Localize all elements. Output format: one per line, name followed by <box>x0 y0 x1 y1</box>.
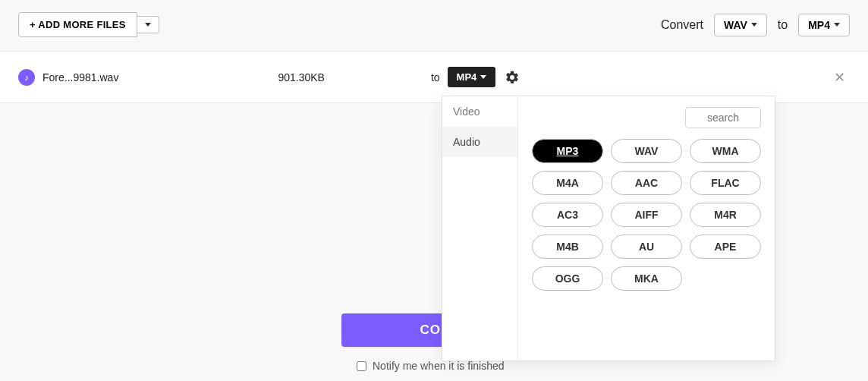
from-format-dropdown[interactable]: WAV <box>714 14 767 36</box>
format-pill[interactable]: M4R <box>690 203 761 227</box>
top-bar: + ADD MORE FILES Convert WAV to MP4 <box>0 0 868 51</box>
file-target-format-value: MP4 <box>457 71 477 83</box>
from-format-value: WAV <box>724 19 747 31</box>
file-size: 901.30KB <box>278 71 325 83</box>
chevron-down-icon <box>834 23 840 27</box>
to-format-value: MP4 <box>808 19 830 31</box>
format-pill[interactable]: WMA <box>690 139 761 163</box>
add-files-dropdown-button[interactable] <box>137 16 159 33</box>
dropdown-sidebar: Video Audio <box>442 96 518 361</box>
to-label: to <box>778 18 788 32</box>
format-pill[interactable]: AC3 <box>532 203 603 227</box>
format-pill[interactable]: M4A <box>532 171 603 195</box>
search-row <box>532 107 761 128</box>
format-dropdown-panel: Video Audio MP3WAVWMAM4AAACFLACAC3AIFFM4… <box>442 96 775 361</box>
search-wrap <box>685 107 761 128</box>
chevron-down-icon <box>145 23 151 27</box>
chevron-down-icon <box>480 75 486 79</box>
notify-label[interactable]: Notify me when it is finished <box>373 360 505 372</box>
add-files-button[interactable]: + ADD MORE FILES <box>18 12 137 37</box>
format-pill[interactable]: M4B <box>532 235 603 259</box>
format-search-input[interactable] <box>685 107 761 128</box>
add-files-group: + ADD MORE FILES <box>18 12 159 37</box>
dropdown-body: MP3WAVWMAM4AAACFLACAC3AIFFM4RM4BAUAPEOGG… <box>518 96 775 361</box>
format-pill[interactable]: OGG <box>532 266 603 291</box>
close-icon[interactable]: ✕ <box>834 71 845 84</box>
tab-audio[interactable]: Audio <box>442 127 517 157</box>
format-pill[interactable]: AU <box>611 235 682 259</box>
notify-row: Notify me when it is finished <box>357 360 505 372</box>
format-pill[interactable]: MKA <box>611 266 682 291</box>
format-pill[interactable]: WAV <box>611 139 682 163</box>
notify-checkbox[interactable] <box>357 361 366 371</box>
format-pill[interactable]: MP3 <box>532 139 603 163</box>
convert-label: Convert <box>661 18 703 32</box>
format-pill[interactable]: AAC <box>611 171 682 195</box>
tab-video[interactable]: Video <box>442 96 517 127</box>
format-pill[interactable]: FLAC <box>690 171 761 195</box>
file-to-label: to <box>431 71 440 83</box>
format-pill[interactable]: AIFF <box>611 203 682 227</box>
gear-icon[interactable] <box>505 70 520 85</box>
convert-controls: Convert WAV to MP4 <box>661 14 850 36</box>
format-pill[interactable]: APE <box>690 235 761 259</box>
format-grid: MP3WAVWMAM4AAACFLACAC3AIFFM4RM4BAUAPEOGG… <box>532 139 761 291</box>
to-format-dropdown[interactable]: MP4 <box>798 14 850 36</box>
file-target-format-dropdown[interactable]: MP4 <box>448 67 496 87</box>
file-name: Fore...9981.wav <box>42 71 118 83</box>
audio-file-icon <box>18 69 35 86</box>
chevron-down-icon <box>751 23 757 27</box>
